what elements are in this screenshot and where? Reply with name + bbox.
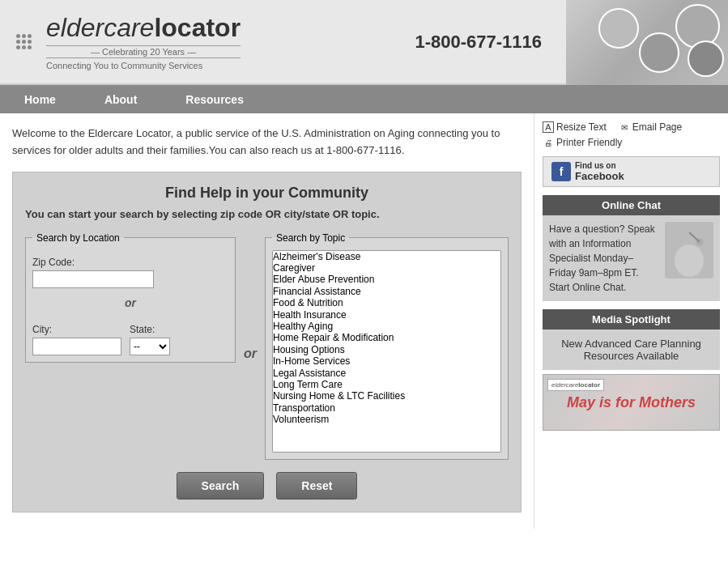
reset-button[interactable]: Reset (276, 472, 357, 500)
topic-select[interactable]: Alzheimer's DiseaseCaregiverElder Abuse … (272, 250, 501, 453)
city-input[interactable] (32, 338, 121, 355)
nav-home[interactable]: Home (0, 87, 80, 113)
toolbar: A Resize Text ✉ Email Page 🖨 Printer Fri… (543, 121, 720, 148)
city-state-row: City: State: --ALAKAZARCACOCTDEFLGAHIIDI… (32, 317, 228, 355)
facebook-button[interactable]: f Find us on Facebook (543, 156, 720, 187)
or-label-1: or (32, 296, 228, 309)
topic-legend: Search by Topic (272, 232, 349, 244)
search-button[interactable]: Search (177, 472, 265, 500)
logo-subtitle: — Celebrating 20 Years — (46, 45, 241, 58)
find-help-subtitle: You can start your search by selecting z… (25, 208, 509, 220)
right-sidebar: A Resize Text ✉ Email Page 🖨 Printer Fri… (534, 113, 728, 529)
nav-resources[interactable]: Resources (161, 87, 268, 113)
resize-text-icon: A (543, 121, 554, 133)
online-chat-section: Online Chat Have a question? Speak with … (543, 195, 720, 301)
location-legend: Search by Location (32, 232, 124, 244)
phone-number: 1-800-677-1116 (415, 32, 542, 53)
logo-area: eldercarelocator — Celebrating 20 Years … (46, 13, 241, 70)
state-select[interactable]: --ALAKAZARCACOCTDEFLGAHIIDILINIAKSKYLAME… (130, 338, 170, 355)
page-header: eldercarelocator — Celebrating 20 Years … (0, 0, 728, 85)
email-icon: ✉ (619, 121, 630, 133)
welcome-text: Welcome to the Eldercare Locator, a publ… (12, 125, 522, 159)
printer-friendly-btn[interactable]: 🖨 Printer Friendly (543, 137, 720, 148)
or-connector: or (244, 330, 257, 361)
city-label: City: (32, 324, 121, 335)
zip-input[interactable] (32, 270, 154, 288)
logo-tagline: Connecting You to Community Services (46, 61, 241, 70)
may-banner: eldercarelocator May is for Mothers (543, 374, 720, 431)
state-label: State: (130, 324, 170, 335)
main-nav: Home About Resources (0, 85, 728, 113)
chat-avatar (665, 222, 713, 278)
topic-search-box: Search by Topic Alzheimer's DiseaseCareg… (265, 232, 509, 460)
media-spotlight-header: Media Spotlight (543, 309, 720, 330)
resize-text-btn[interactable]: A Resize Text (543, 121, 607, 133)
email-page-btn[interactable]: ✉ Email Page (619, 121, 682, 133)
facebook-label: Find us on Facebook (575, 161, 624, 182)
find-help-title: Find Help in your Community (25, 185, 509, 202)
zip-label: Zip Code: (32, 257, 228, 268)
main-content: Welcome to the Eldercare Locator, a publ… (0, 113, 728, 529)
buttons-row: Search Reset (25, 472, 509, 500)
online-chat-header: Online Chat (543, 195, 720, 215)
online-chat-body: Have a question? Speak with an Informati… (543, 215, 720, 301)
logo-title: eldercarelocator (46, 13, 241, 43)
location-search-box: Search by Location Zip Code: or City: St… (25, 232, 236, 363)
media-spotlight-section: Media Spotlight New Advanced Care Planni… (543, 309, 720, 370)
header-photos (566, 0, 728, 85)
search-row: Search by Location Zip Code: or City: St… (25, 232, 509, 460)
logo-dots (16, 34, 32, 49)
mini-logo: eldercarelocator (547, 379, 604, 391)
online-chat-text: Have a question? Speak with an Informati… (549, 222, 658, 295)
nav-about[interactable]: About (80, 87, 161, 113)
left-panel: Welcome to the Eldercare Locator, a publ… (0, 113, 534, 529)
printer-icon: 🖨 (543, 137, 554, 148)
may-banner-text: May is for Mothers (567, 394, 696, 411)
facebook-icon: f (551, 162, 571, 181)
find-help-box: Find Help in your Community You can star… (12, 172, 522, 512)
media-spotlight-body: New Advanced Care Planning Resources Ava… (543, 330, 720, 370)
svg-point-1 (675, 244, 704, 277)
